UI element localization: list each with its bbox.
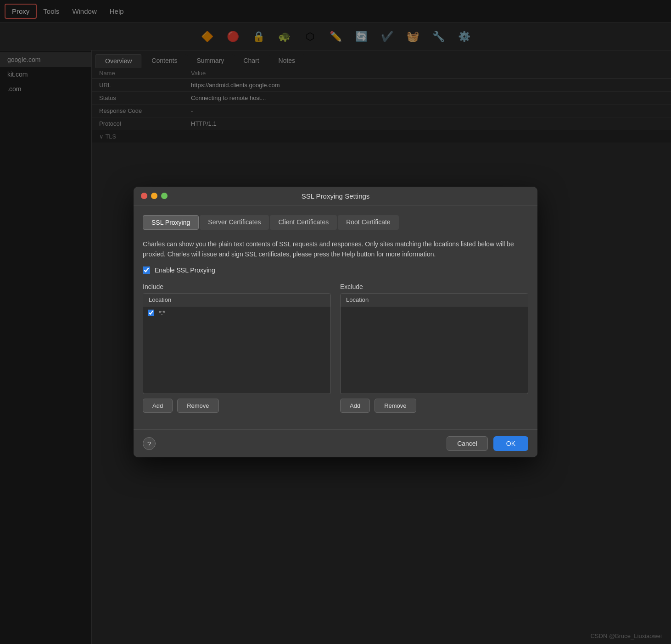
modal-tab-server-certs[interactable]: Server Certificates (200, 215, 269, 230)
footer-buttons: Cancel OK (447, 436, 528, 451)
window-buttons (141, 193, 168, 199)
ssl-proxying-modal: SSL Proxying Settings SSL Proxying Serve… (134, 187, 537, 458)
close-button[interactable] (141, 193, 147, 199)
include-buttons: Add Remove (143, 399, 331, 413)
enable-ssl-row: Enable SSL Proxying (143, 266, 528, 274)
include-section: Include Location *:* Add Remove (143, 283, 331, 413)
include-row-0-value: *:* (159, 309, 165, 316)
maximize-button[interactable] (161, 193, 168, 199)
modal-tab-root-cert[interactable]: Root Certificate (338, 215, 398, 230)
ssl-description: Charles can show you the plain text cont… (143, 239, 528, 260)
include-table-header: Location (143, 294, 330, 306)
exclude-table-header: Location (341, 294, 528, 306)
enable-ssl-checkbox[interactable] (143, 266, 150, 274)
include-label: Include (143, 283, 331, 290)
include-table: Location *:* (143, 293, 331, 394)
exclude-location-header: Location (346, 296, 522, 303)
include-location-header: Location (149, 296, 325, 303)
include-add-button[interactable]: Add (143, 399, 173, 413)
modal-title: SSL Proxying Settings (141, 192, 530, 200)
proxy-tables: Include Location *:* Add Remove (143, 283, 528, 413)
include-row-0-checkbox[interactable] (148, 310, 154, 316)
exclude-table: Location (340, 293, 528, 394)
modal-body: SSL Proxying Server Certificates Client … (134, 206, 537, 430)
exclude-buttons: Add Remove (340, 399, 528, 413)
cancel-button[interactable]: Cancel (447, 436, 488, 451)
minimize-button[interactable] (151, 193, 157, 199)
include-remove-button[interactable]: Remove (177, 399, 218, 413)
include-table-row-0: *:* (143, 306, 330, 319)
modal-overlay: SSL Proxying Settings SSL Proxying Serve… (0, 0, 671, 644)
ok-button[interactable]: OK (493, 436, 528, 451)
exclude-add-button[interactable]: Add (340, 399, 370, 413)
modal-titlebar: SSL Proxying Settings (134, 187, 537, 206)
modal-tabs: SSL Proxying Server Certificates Client … (143, 215, 528, 230)
modal-tab-ssl-proxying[interactable]: SSL Proxying (143, 215, 199, 230)
exclude-remove-button[interactable]: Remove (375, 399, 416, 413)
modal-tab-client-certs[interactable]: Client Certificates (270, 215, 337, 230)
enable-ssl-label: Enable SSL Proxying (155, 266, 215, 274)
modal-footer: ? Cancel OK (134, 429, 537, 457)
help-button[interactable]: ? (143, 437, 156, 450)
exclude-label: Exclude (340, 283, 528, 290)
exclude-section: Exclude Location Add Remove (340, 283, 528, 413)
